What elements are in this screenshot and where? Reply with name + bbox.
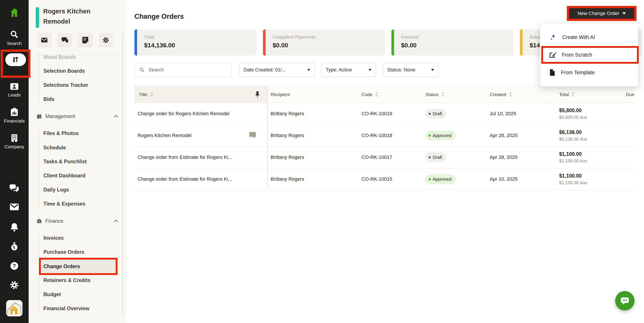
row-title: Change order from Estimate for Rogers Ki… — [138, 176, 232, 182]
project-notes-button[interactable] — [78, 33, 92, 47]
rail-help-button[interactable]: ? — [0, 261, 29, 271]
sidebar-item-budget[interactable]: Budget — [44, 290, 61, 299]
sort-icon[interactable] — [441, 92, 444, 97]
card-accent-bar — [263, 30, 266, 56]
summary-card-total: Total: $14,136.00 — [134, 30, 256, 56]
file-icon — [549, 69, 556, 76]
rail-item-label: Company — [4, 144, 24, 150]
edit-icon — [549, 51, 556, 58]
rail-mail-button[interactable] — [0, 203, 29, 211]
comment-icon[interactable] — [249, 132, 256, 138]
chevron-up-icon — [114, 114, 118, 118]
sort-icon[interactable] — [572, 92, 575, 97]
notes-icon — [82, 36, 88, 44]
gear-icon — [10, 280, 19, 290]
pin-icon[interactable] — [254, 91, 260, 98]
project-mail-button[interactable] — [37, 33, 52, 47]
project-settings-button[interactable] — [98, 33, 113, 47]
bell-icon — [10, 222, 19, 232]
sort-icon[interactable] — [509, 92, 512, 97]
table-row[interactable]: Change order for Rogers Kitchen Remodel … — [134, 103, 635, 125]
rail-item-company[interactable]: Company — [0, 133, 29, 150]
new-change-order-button[interactable]: New Change Order — [569, 8, 634, 19]
row-title: Rogers Kitchen Remodel — [138, 133, 192, 138]
sidebar-item-time-expenses[interactable]: Time & Expenses — [44, 200, 85, 208]
card-label: Invoiced: — [401, 34, 420, 40]
menu-item-from-template[interactable]: From Template — [540, 64, 638, 81]
rail-item-leads[interactable]: Leads — [0, 82, 29, 98]
column-header-due[interactable]: Due — [626, 86, 635, 103]
sidebar-item-files-photos[interactable]: Files & Photos — [44, 129, 79, 138]
table-row[interactable]: Change order from Estimate for Rogers Ki… — [134, 168, 635, 190]
status-badge: Draft — [425, 109, 446, 118]
column-header-total[interactable]: Total — [559, 86, 575, 103]
menu-item-from-scratch[interactable]: From Scratch — [540, 46, 638, 64]
sort-icon[interactable] — [375, 92, 378, 97]
app-rail: Search Projects Leads Finan — [0, 0, 29, 323]
rail-item-financials[interactable]: Financials — [0, 108, 29, 124]
sidebar-item-client-dashboard[interactable]: Client Dashboard — [44, 171, 85, 180]
sidebar-item-schedule[interactable]: Schedule — [44, 143, 66, 152]
column-header-code[interactable]: Code — [362, 86, 378, 103]
stopwatch-icon — [10, 242, 19, 252]
sidebar-section-management[interactable]: 31 Management — [29, 112, 126, 121]
card-value: $0.00 — [273, 42, 288, 49]
sidebar-item-purchase-orders[interactable]: Purchase Orders — [44, 248, 84, 256]
sidebar-item-selection-boards[interactable]: Selection Boards — [44, 66, 85, 75]
rail-item-projects[interactable]: Projects — [5, 52, 26, 70]
row-total: $5,800.00 — [559, 108, 582, 114]
table-row[interactable]: Change order from Estimate for Rogers Ki… — [134, 146, 635, 168]
status-filter[interactable]: Status: None — [383, 63, 438, 77]
sidebar-item-invoices[interactable]: Invoices — [44, 234, 64, 242]
table-row[interactable]: Rogers Kitchen Remodel Brittany Rogers C… — [134, 125, 635, 146]
sidebar-section-finance[interactable]: Finance — [29, 216, 126, 226]
card-label: Total: — [144, 34, 155, 40]
chevron-down-icon — [431, 69, 434, 71]
new-change-order-menu: Create With AI From Scratch From Templat… — [540, 24, 638, 86]
chat-fab-button[interactable] — [615, 291, 634, 310]
row-created: Apr 28, 2025 — [490, 125, 518, 146]
column-header-recipient[interactable]: Recipient — [271, 86, 290, 103]
row-due: $1,100.00 due — [559, 158, 587, 164]
menu-item-label: From Template — [561, 70, 595, 76]
sidebar-scrollbar[interactable] — [122, 33, 123, 315]
rail-item-search[interactable]: Search — [0, 30, 29, 46]
column-header-status[interactable]: Status — [425, 86, 444, 103]
type-filter[interactable]: Type: Active — [321, 63, 376, 77]
rail-chat-button[interactable] — [0, 184, 29, 193]
rail-item-label: Financials — [4, 118, 25, 124]
search-input[interactable] — [148, 67, 224, 73]
sidebar-item-retainers-credits[interactable]: Retainers & Credits — [44, 276, 90, 285]
rail-item-label: Leads — [8, 92, 20, 98]
chevron-up-icon — [114, 219, 118, 223]
user-avatar[interactable] — [6, 300, 22, 316]
row-created: Apr 28, 2025 — [490, 146, 518, 168]
pinned-column-divider — [267, 86, 268, 189]
column-header-title[interactable]: Title — [139, 86, 154, 103]
sort-icon[interactable] — [150, 92, 154, 97]
menu-item-create-with-ai[interactable]: Create With AI — [540, 28, 638, 46]
svg-text:31: 31 — [39, 116, 41, 118]
sidebar-item-selections-tracker[interactable]: Selections Tracker — [44, 81, 88, 90]
pinned-column-header-bg — [134, 86, 267, 103]
column-header-created[interactable]: Created — [490, 86, 512, 103]
sidebar-item-daily-logs[interactable]: Daily Logs — [44, 185, 69, 194]
calendar-icon: 31 — [36, 114, 42, 119]
houzz-h-icon — [8, 6, 20, 18]
sidebar-item-tasks-punchlist[interactable]: Tasks & Punchlist — [44, 157, 86, 166]
sidebar-item-mood-boards[interactable]: Mood Boards — [44, 53, 76, 62]
rail-settings-button[interactable] — [0, 280, 29, 290]
houzz-logo[interactable] — [0, 6, 29, 18]
rail-timer-button[interactable] — [0, 242, 29, 252]
menu-item-label: From Scratch — [562, 52, 592, 58]
sidebar-item-financial-overview[interactable]: Financial Overview — [44, 304, 89, 313]
date-created-filter[interactable]: Date Created: 01/... — [239, 63, 315, 77]
project-chat-button[interactable] — [58, 33, 72, 47]
card-accent-bar — [520, 30, 522, 56]
sidebar-item-bids[interactable]: Bids — [44, 95, 54, 104]
change-orders-table: Title Recipient Code Status Created — [134, 86, 635, 190]
row-title: Change order for Rogers Kitchen Remodel — [138, 111, 230, 116]
row-total: $1,100.00 — [559, 173, 582, 179]
sidebar-item-change-orders[interactable]: Change Orders — [41, 264, 80, 270]
rail-notifications-button[interactable] — [0, 222, 29, 232]
